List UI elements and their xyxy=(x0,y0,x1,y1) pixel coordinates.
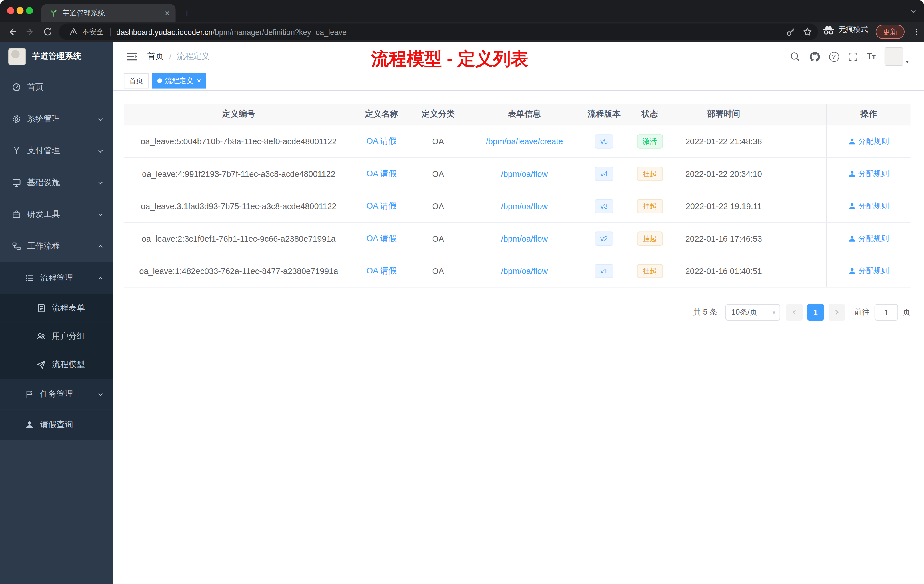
caret-down-icon: ▾ xyxy=(906,58,909,65)
version-badge: v1 xyxy=(594,264,614,278)
filler-cell xyxy=(774,255,826,287)
prev-page-button[interactable] xyxy=(786,304,803,320)
form-info-link[interactable]: /bpm/oa/flow xyxy=(501,266,548,276)
definition-name-link[interactable]: OA 请假 xyxy=(366,168,396,179)
font-size-icon[interactable]: TT xyxy=(866,51,876,62)
reload-button[interactable] xyxy=(43,26,53,37)
app-title: 芋道管理系统 xyxy=(32,51,81,62)
status-badge: 挂起 xyxy=(637,199,663,213)
definition-category: OA xyxy=(409,190,467,222)
deploy-time: 2022-01-16 17:46:53 xyxy=(673,223,774,254)
tag-process-definition[interactable]: 流程定义 × xyxy=(152,73,206,89)
form-info-link[interactable]: /bpm/oa/flow xyxy=(501,201,548,211)
page-unit-label: 页 xyxy=(903,307,911,318)
tag-close-icon[interactable]: × xyxy=(197,77,201,84)
sidebar-item-process-form[interactable]: 流程表单 xyxy=(0,294,113,322)
tags-view-bar: 首页 流程定义 × xyxy=(113,71,924,91)
col-header-time: 部署时间 xyxy=(673,104,774,125)
pagination-total: 共 5 条 xyxy=(693,307,717,318)
github-icon[interactable] xyxy=(809,51,820,62)
tab-close-icon[interactable]: × xyxy=(165,9,170,17)
password-key-icon[interactable] xyxy=(786,27,795,36)
sidebar-item-process-model[interactable]: 流程模型 xyxy=(0,351,113,379)
browser-tab[interactable]: 芋道管理系统 × xyxy=(41,4,175,22)
col-header-name: 定义名称 xyxy=(354,104,410,125)
browser-update-button[interactable]: 更新 xyxy=(876,25,904,39)
bookmark-star-icon[interactable] xyxy=(803,27,812,36)
table-body: oa_leave:5:004b710b-7b8a-11ec-8ef0-acde4… xyxy=(124,125,910,287)
sidebar-item-payment[interactable]: ¥ 支付管理 xyxy=(0,135,113,167)
browser-menu-icon[interactable]: ⋮ xyxy=(913,27,921,36)
forward-button[interactable] xyxy=(25,26,35,37)
status-badge: 挂起 xyxy=(637,232,663,246)
assign-rule-link[interactable]: 分配规则 xyxy=(848,266,889,276)
assign-rule-link[interactable]: 分配规则 xyxy=(848,233,889,244)
sidebar-item-workflow[interactable]: 工作流程 xyxy=(0,230,113,262)
not-secure-label[interactable]: 不安全 xyxy=(82,27,104,37)
form-info-link[interactable]: /bpm/oa/flow xyxy=(501,234,548,243)
person-icon xyxy=(25,420,34,430)
url-bar[interactable]: 不安全 dashboard.yudao.iocoder.cn/bpm/manag… xyxy=(59,24,818,40)
tab-search-chevron-icon[interactable] xyxy=(910,8,917,15)
omnibox-divider xyxy=(110,28,111,36)
new-tab-button[interactable]: + xyxy=(184,4,190,22)
tag-home[interactable]: 首页 xyxy=(124,73,148,89)
definition-name-link[interactable]: OA 请假 xyxy=(366,136,396,147)
assign-rule-link[interactable]: 分配规则 xyxy=(848,201,889,211)
zoom-window-button[interactable] xyxy=(26,7,33,14)
breadcrumb: 首页 / 流程定义 xyxy=(147,42,210,71)
deploy-time: 2022-01-22 19:19:11 xyxy=(673,190,774,222)
back-button[interactable] xyxy=(7,26,18,37)
sidebar-item-infrastructure[interactable]: 基础设施 xyxy=(0,167,113,199)
assign-rule-link[interactable]: 分配规则 xyxy=(848,168,889,179)
sidebar-item-system[interactable]: 系统管理 xyxy=(0,103,113,135)
close-window-button[interactable] xyxy=(7,7,14,14)
sidebar-item-leave-query[interactable]: 请假查询 xyxy=(0,409,113,440)
url-domain: dashboard.yudao.iocoder.cn xyxy=(116,27,213,36)
chevron-down-icon xyxy=(97,116,104,122)
sidebar-item-user-group[interactable]: 用户分组 xyxy=(0,322,113,351)
chevron-up-icon xyxy=(97,243,104,250)
col-header-filler xyxy=(774,104,826,125)
app-header: 首页 / 流程定义 流程模型 - 定义列表 ? xyxy=(113,42,924,71)
sidebar-item-task-management[interactable]: 任务管理 xyxy=(0,379,113,409)
incognito-label: 无痕模式 xyxy=(838,25,868,35)
definition-id: oa_leave:4:991f2193-7b7f-11ec-a3c8-acde4… xyxy=(124,158,353,190)
table-row: oa_leave:4:991f2193-7b7f-11ec-a3c8-acde4… xyxy=(124,158,910,190)
breadcrumb-home[interactable]: 首页 xyxy=(147,51,164,62)
breadcrumb-current: 流程定义 xyxy=(177,51,210,62)
question-icon[interactable]: ? xyxy=(829,51,839,61)
chevron-up-icon xyxy=(97,275,104,282)
col-header-id: 定义编号 xyxy=(124,104,353,125)
next-page-button[interactable] xyxy=(828,304,845,320)
search-icon[interactable] xyxy=(789,51,800,62)
form-info-link[interactable]: /bpm/oa/flow xyxy=(501,169,548,178)
assign-rule-link[interactable]: 分配规则 xyxy=(848,136,889,147)
sidebar-item-home[interactable]: 首页 xyxy=(0,71,113,103)
chevron-right-icon xyxy=(834,309,840,315)
sidebar-item-process-management[interactable]: 流程管理 xyxy=(0,262,113,294)
fullscreen-icon[interactable] xyxy=(848,51,858,61)
status-badge: 挂起 xyxy=(637,264,663,278)
table-row: oa_leave:3:1fad3d93-7b75-11ec-a3c8-acde4… xyxy=(124,190,910,223)
hamburger-icon[interactable] xyxy=(126,51,138,62)
sidebar: 芋道管理系统 首页 系统管理 ¥ 支付管理 xyxy=(0,42,113,584)
annotation-overlay-text: 流程模型 - 定义列表 xyxy=(371,47,528,71)
sidebar-item-dev-tools[interactable]: 研发工具 xyxy=(0,199,113,230)
minimize-window-button[interactable] xyxy=(16,7,24,14)
browser-window: 芋道管理系统 × + 不安全 dashboard.yudao.iocoder.c… xyxy=(0,0,924,584)
page-size-select[interactable]: 10条/页 ▾ xyxy=(726,304,780,320)
url-path: /bpm/manager/definition?key=oa_leave xyxy=(213,27,346,36)
toolbox-icon xyxy=(12,210,21,219)
page-number-1[interactable]: 1 xyxy=(807,304,824,320)
definition-name-link[interactable]: OA 请假 xyxy=(366,266,396,276)
goto-page-input[interactable] xyxy=(874,304,898,320)
form-info-link[interactable]: /bpm/oa/leave/create xyxy=(486,137,563,146)
person-icon xyxy=(848,170,855,177)
table-row: oa_leave:1:482ec033-762a-11ec-8477-a2380… xyxy=(124,255,910,287)
send-icon xyxy=(36,360,46,370)
definition-name-link[interactable]: OA 请假 xyxy=(366,201,396,211)
user-avatar-menu[interactable]: ▾ xyxy=(884,47,909,66)
app-logo-row[interactable]: 芋道管理系统 xyxy=(0,42,113,71)
definition-name-link[interactable]: OA 请假 xyxy=(366,233,396,244)
